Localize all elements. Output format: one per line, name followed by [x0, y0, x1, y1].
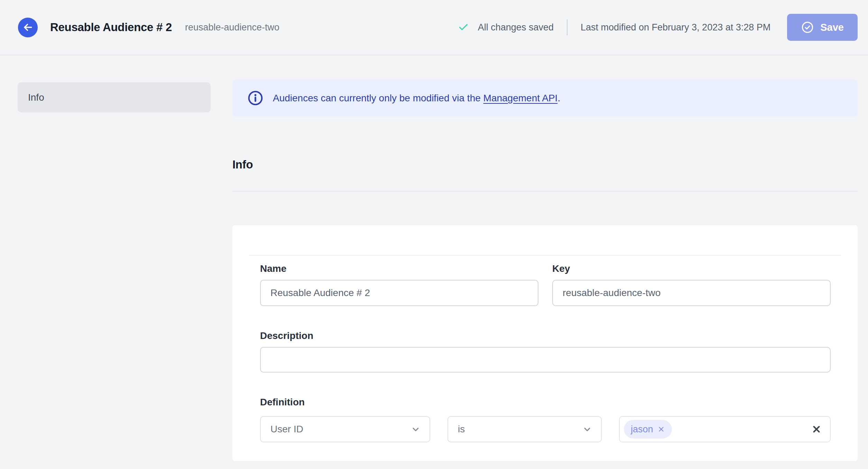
description-field-group: Description: [260, 330, 831, 373]
info-card: Name Key Description Definition: [232, 225, 858, 461]
content: Audiences can currently only be modified…: [232, 55, 858, 461]
clear-values-icon[interactable]: [811, 424, 822, 434]
name-input[interactable]: [260, 280, 538, 306]
operator-select[interactable]: is: [447, 416, 602, 442]
sidebar-item-info[interactable]: Info: [18, 82, 211, 112]
attribute-select-value: User ID: [270, 424, 303, 435]
sidebar: Info: [0, 55, 232, 112]
key-field-group: Key: [552, 263, 831, 306]
attribute-select[interactable]: User ID: [260, 416, 430, 442]
last-modified-text: Last modified on February 3, 2023 at 3:2…: [581, 22, 770, 33]
definition-field-group: Definition User ID is: [260, 397, 831, 442]
saved-status-label: All changes saved: [478, 22, 554, 33]
sidebar-item-label: Info: [28, 92, 44, 103]
check-icon: [458, 22, 469, 33]
save-button-label: Save: [820, 22, 844, 33]
name-label: Name: [260, 263, 538, 274]
management-api-link[interactable]: Management API: [483, 93, 558, 103]
audience-editor-page: Reusable Audience # 2 reusable-audience-…: [0, 0, 868, 469]
section-divider: [232, 191, 858, 192]
info-icon: [248, 90, 263, 106]
back-button[interactable]: [18, 18, 38, 37]
audience-key-text: reusable-audience-two: [185, 22, 279, 33]
value-chip: jason: [624, 420, 672, 439]
remove-chip-icon[interactable]: [657, 425, 665, 433]
arrow-left-icon: [22, 21, 34, 33]
values-input[interactable]: jason: [619, 416, 831, 442]
save-button[interactable]: Save: [787, 14, 858, 41]
info-banner: Audiences can currently only be modified…: [232, 80, 858, 117]
chip-label: jason: [631, 424, 653, 435]
chevron-down-icon: [582, 424, 592, 434]
saved-status: All changes saved: [458, 22, 554, 33]
circle-check-icon: [801, 21, 814, 34]
section-title: Info: [232, 158, 858, 171]
key-label: Key: [552, 263, 831, 274]
name-field-group: Name: [260, 263, 538, 306]
audience-form: Name Key Description Definition: [232, 256, 858, 442]
definition-label: Definition: [260, 397, 831, 408]
description-label: Description: [260, 330, 831, 341]
main-body: Info Audiences can currently only be mod…: [0, 55, 868, 469]
description-input[interactable]: [260, 347, 831, 373]
header-divider: [567, 19, 567, 35]
header: Reusable Audience # 2 reusable-audience-…: [0, 0, 868, 55]
operator-select-value: is: [458, 424, 465, 435]
banner-text: Audiences can currently only be modified…: [273, 93, 560, 104]
page-title: Reusable Audience # 2: [50, 21, 172, 34]
chevron-down-icon: [411, 424, 421, 434]
key-input[interactable]: [552, 280, 831, 306]
